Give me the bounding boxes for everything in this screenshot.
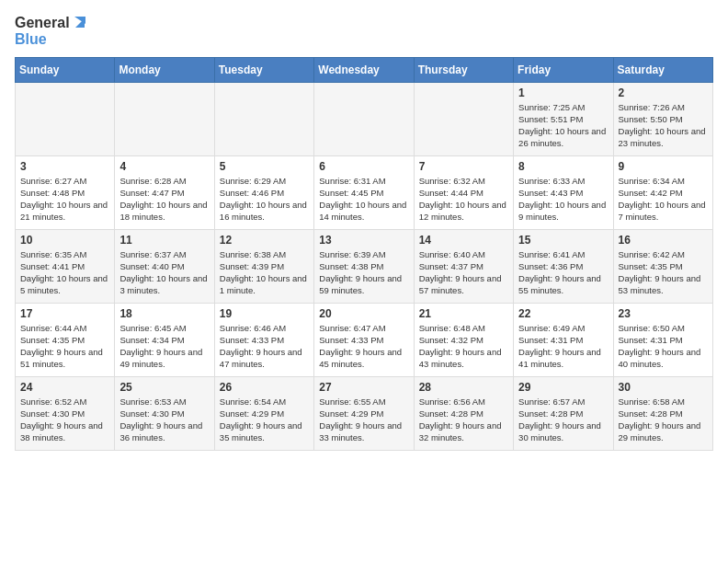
day-info: Sunrise: 6:54 AM Sunset: 4:29 PM Dayligh…: [220, 396, 309, 444]
day-info: Sunrise: 6:48 AM Sunset: 4:32 PM Dayligh…: [419, 322, 508, 371]
day-number: 26: [220, 381, 309, 394]
calendar-cell: 23Sunrise: 6:50 AM Sunset: 4:31 PM Dayli…: [613, 303, 712, 376]
day-info: Sunrise: 6:42 AM Sunset: 4:35 PM Dayligh…: [619, 248, 708, 297]
day-number: 4: [119, 160, 209, 173]
day-number: 1: [518, 86, 608, 99]
day-number: 3: [20, 160, 109, 173]
day-info: Sunrise: 6:50 AM Sunset: 4:31 PM Dayligh…: [619, 322, 708, 371]
day-number: 14: [419, 234, 508, 247]
day-number: 15: [518, 234, 608, 247]
calendar-cell: 12Sunrise: 6:38 AM Sunset: 4:39 PM Dayli…: [214, 229, 313, 303]
calendar-cell: 5Sunrise: 6:29 AM Sunset: 4:46 PM Daylig…: [214, 155, 313, 229]
calendar-cell: 19Sunrise: 6:46 AM Sunset: 4:33 PM Dayli…: [214, 303, 313, 376]
day-info: Sunrise: 6:56 AM Sunset: 4:28 PM Dayligh…: [419, 396, 508, 444]
day-info: Sunrise: 6:44 AM Sunset: 4:35 PM Dayligh…: [20, 322, 109, 371]
day-number: 16: [619, 234, 708, 247]
calendar-cell: 21Sunrise: 6:48 AM Sunset: 4:32 PM Dayli…: [414, 303, 513, 376]
calendar-cell: 6Sunrise: 6:31 AM Sunset: 4:45 PM Daylig…: [314, 155, 414, 229]
day-info: Sunrise: 6:53 AM Sunset: 4:30 PM Dayligh…: [119, 396, 209, 444]
day-info: Sunrise: 6:41 AM Sunset: 4:36 PM Dayligh…: [518, 248, 608, 297]
calendar-cell: 13Sunrise: 6:39 AM Sunset: 4:38 PM Dayli…: [314, 229, 414, 303]
day-number: 11: [119, 234, 209, 247]
day-info: Sunrise: 6:34 AM Sunset: 4:42 PM Dayligh…: [619, 175, 708, 224]
day-info: Sunrise: 6:37 AM Sunset: 4:40 PM Dayligh…: [119, 248, 209, 297]
calendar-cell: 3Sunrise: 6:27 AM Sunset: 4:48 PM Daylig…: [16, 155, 115, 229]
calendar-cell: 14Sunrise: 6:40 AM Sunset: 4:37 PM Dayli…: [414, 229, 513, 303]
calendar-cell: 22Sunrise: 6:49 AM Sunset: 4:31 PM Dayli…: [514, 303, 613, 376]
calendar-cell: 24Sunrise: 6:52 AM Sunset: 4:30 PM Dayli…: [16, 376, 115, 450]
logo-blue-text: Blue: [15, 31, 88, 48]
day-number: 18: [119, 307, 209, 320]
calendar-cell: 30Sunrise: 6:58 AM Sunset: 4:28 PM Dayli…: [613, 376, 712, 450]
calendar-cell: 26Sunrise: 6:54 AM Sunset: 4:29 PM Dayli…: [214, 376, 313, 450]
day-number: 9: [619, 160, 708, 173]
day-info: Sunrise: 7:25 AM Sunset: 5:51 PM Dayligh…: [518, 101, 608, 150]
day-number: 7: [419, 160, 508, 173]
day-number: 21: [419, 307, 508, 320]
calendar-cell: 8Sunrise: 6:33 AM Sunset: 4:43 PM Daylig…: [514, 155, 613, 229]
calendar-cell: [414, 82, 513, 155]
day-info: Sunrise: 6:27 AM Sunset: 4:48 PM Dayligh…: [20, 175, 109, 224]
day-info: Sunrise: 6:45 AM Sunset: 4:34 PM Dayligh…: [119, 322, 209, 371]
calendar-cell: 25Sunrise: 6:53 AM Sunset: 4:30 PM Dayli…: [115, 376, 214, 450]
day-info: Sunrise: 6:29 AM Sunset: 4:46 PM Dayligh…: [220, 175, 309, 224]
day-number: 17: [20, 307, 109, 320]
day-number: 27: [319, 381, 408, 394]
day-info: Sunrise: 6:58 AM Sunset: 4:28 PM Dayligh…: [619, 396, 708, 444]
day-info: Sunrise: 6:33 AM Sunset: 4:43 PM Dayligh…: [518, 175, 608, 224]
calendar-cell: 7Sunrise: 6:32 AM Sunset: 4:44 PM Daylig…: [414, 155, 513, 229]
calendar-cell: 18Sunrise: 6:45 AM Sunset: 4:34 PM Dayli…: [115, 303, 214, 376]
day-info: Sunrise: 6:52 AM Sunset: 4:30 PM Dayligh…: [20, 396, 109, 444]
calendar-cell: 1Sunrise: 7:25 AM Sunset: 5:51 PM Daylig…: [514, 82, 613, 155]
day-info: Sunrise: 6:55 AM Sunset: 4:29 PM Dayligh…: [319, 396, 408, 444]
day-number: 28: [419, 381, 508, 394]
calendar-cell: [16, 82, 115, 155]
day-info: Sunrise: 6:35 AM Sunset: 4:41 PM Dayligh…: [20, 248, 109, 297]
weekday-header-wednesday: Wednesday: [314, 57, 414, 82]
day-number: 12: [220, 234, 309, 247]
day-number: 13: [319, 234, 408, 247]
calendar-cell: 28Sunrise: 6:56 AM Sunset: 4:28 PM Dayli…: [414, 376, 513, 450]
day-info: Sunrise: 6:40 AM Sunset: 4:37 PM Dayligh…: [419, 248, 508, 297]
day-info: Sunrise: 6:46 AM Sunset: 4:33 PM Dayligh…: [220, 322, 309, 371]
day-number: 6: [319, 160, 408, 173]
page-header: General Blue: [15, 15, 713, 48]
day-info: Sunrise: 6:47 AM Sunset: 4:33 PM Dayligh…: [319, 322, 408, 371]
day-info: Sunrise: 6:28 AM Sunset: 4:47 PM Dayligh…: [119, 175, 209, 224]
day-number: 29: [518, 381, 608, 394]
calendar-table: SundayMondayTuesdayWednesdayThursdayFrid…: [15, 57, 713, 451]
day-number: 23: [619, 307, 708, 320]
day-number: 10: [20, 234, 109, 247]
weekday-header-saturday: Saturday: [613, 57, 712, 82]
calendar-cell: 4Sunrise: 6:28 AM Sunset: 4:47 PM Daylig…: [115, 155, 214, 229]
calendar-cell: 2Sunrise: 7:26 AM Sunset: 5:50 PM Daylig…: [613, 82, 712, 155]
day-number: 2: [619, 86, 708, 99]
day-number: 8: [518, 160, 608, 173]
calendar-cell: 10Sunrise: 6:35 AM Sunset: 4:41 PM Dayli…: [16, 229, 115, 303]
day-number: 19: [220, 307, 309, 320]
weekday-header-monday: Monday: [115, 57, 214, 82]
logo: General Blue: [15, 15, 88, 48]
day-info: Sunrise: 6:49 AM Sunset: 4:31 PM Dayligh…: [518, 322, 608, 371]
day-number: 24: [20, 381, 109, 394]
logo-general-text: General: [15, 15, 70, 31]
weekday-header-tuesday: Tuesday: [214, 57, 313, 82]
day-number: 5: [220, 160, 309, 173]
day-info: Sunrise: 6:31 AM Sunset: 4:45 PM Dayligh…: [319, 175, 408, 224]
calendar-cell: 15Sunrise: 6:41 AM Sunset: 4:36 PM Dayli…: [514, 229, 613, 303]
calendar-cell: 27Sunrise: 6:55 AM Sunset: 4:29 PM Dayli…: [314, 376, 414, 450]
calendar-cell: [115, 82, 214, 155]
day-info: Sunrise: 7:26 AM Sunset: 5:50 PM Dayligh…: [619, 101, 708, 150]
day-number: 20: [319, 307, 408, 320]
weekday-header-friday: Friday: [514, 57, 613, 82]
calendar-cell: 17Sunrise: 6:44 AM Sunset: 4:35 PM Dayli…: [16, 303, 115, 376]
calendar-cell: 29Sunrise: 6:57 AM Sunset: 4:28 PM Dayli…: [514, 376, 613, 450]
calendar-cell: [314, 82, 414, 155]
day-info: Sunrise: 6:38 AM Sunset: 4:39 PM Dayligh…: [220, 248, 309, 297]
weekday-header-thursday: Thursday: [414, 57, 513, 82]
calendar-cell: 16Sunrise: 6:42 AM Sunset: 4:35 PM Dayli…: [613, 229, 712, 303]
day-info: Sunrise: 6:57 AM Sunset: 4:28 PM Dayligh…: [518, 396, 608, 444]
calendar-cell: 11Sunrise: 6:37 AM Sunset: 4:40 PM Dayli…: [115, 229, 214, 303]
logo-triangle-icon: [72, 15, 88, 31]
day-number: 25: [119, 381, 209, 394]
